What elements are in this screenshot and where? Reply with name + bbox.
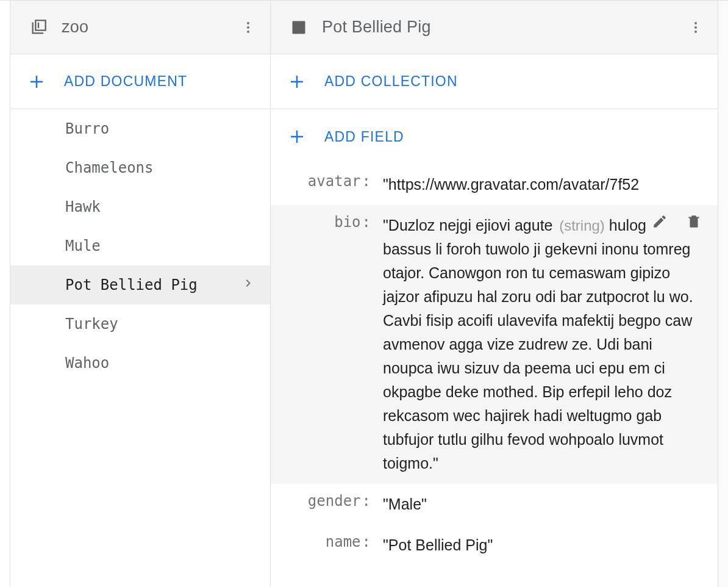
field-row-actions — [646, 212, 703, 231]
chevron-right-icon — [241, 276, 255, 294]
pencil-icon — [652, 214, 668, 229]
document-title: Pot Bellied Pig — [322, 18, 682, 37]
collection-panel: zoo ADD DOCUMENT BurroChameleonsHawkMule… — [10, 1, 271, 587]
plus-icon — [27, 73, 46, 91]
more-vert-icon — [688, 20, 703, 35]
field-row[interactable]: gender:"Male" — [271, 484, 718, 525]
collection-panel-header: zoo — [10, 1, 270, 54]
document-list: BurroChameleonsHawkMulePot Bellied PigTu… — [10, 109, 270, 587]
collection-title: zoo — [62, 18, 235, 37]
document-menu-button[interactable] — [682, 14, 709, 41]
left-gutter — [0, 1, 10, 587]
field-value: "Pot Bellied Pig" — [374, 533, 705, 557]
document-item-label: Chameleons — [65, 159, 255, 176]
document-item-label: Pot Bellied Pig — [65, 276, 241, 294]
collection-menu-button[interactable] — [235, 14, 262, 41]
document-list-item[interactable]: Burro — [10, 109, 270, 148]
field-value: "https://www.gravatar.com/avatar/7f52 — [374, 173, 705, 196]
add-document-button[interactable]: ADD DOCUMENT — [10, 54, 270, 109]
document-item-label: Mule — [65, 237, 255, 254]
svg-point-6 — [694, 22, 697, 24]
document-list-item[interactable]: Hawk — [10, 187, 270, 226]
add-field-button[interactable]: ADD FIELD — [271, 109, 718, 164]
edit-field-button[interactable] — [651, 212, 669, 231]
field-row[interactable]: avatar:"https://www.gravatar.com/avatar/… — [271, 164, 718, 205]
trash-icon — [686, 214, 702, 229]
more-vert-icon — [241, 20, 255, 35]
add-document-label: ADD DOCUMENT — [64, 73, 187, 90]
svg-point-3 — [247, 31, 249, 33]
document-list-item[interactable]: Mule — [10, 226, 270, 265]
field-row[interactable]: bio:"Duzloz nejgi ejiovi agute (string) … — [271, 205, 718, 484]
plus-icon — [288, 128, 306, 146]
add-collection-button[interactable]: ADD COLLECTION — [271, 54, 718, 109]
svg-point-1 — [247, 22, 249, 24]
svg-point-2 — [247, 26, 249, 29]
document-list-item[interactable]: Wahoo — [10, 344, 270, 383]
field-key: gender: — [271, 492, 374, 510]
plus-icon — [288, 73, 306, 91]
document-item-label: Wahoo — [65, 355, 255, 372]
collection-icon — [30, 19, 47, 36]
document-panel: Pot Bellied Pig ADD COLLECTION ADD FIELD… — [271, 1, 718, 587]
field-key: avatar: — [271, 173, 374, 190]
document-list-item[interactable]: Chameleons — [10, 148, 270, 187]
document-list-item[interactable]: Turkey — [10, 304, 270, 344]
scrollbar-gutter — [718, 1, 728, 587]
svg-point-8 — [694, 31, 697, 33]
document-list-item[interactable]: Pot Bellied Pig — [10, 265, 270, 304]
add-collection-label: ADD COLLECTION — [324, 73, 458, 90]
svg-point-7 — [694, 26, 697, 29]
field-type-hint: (string) — [555, 217, 604, 234]
field-value: "Duzloz nejgi ejiovi agute (string) hulo… — [374, 214, 705, 475]
document-panel-header: Pot Bellied Pig — [271, 1, 718, 54]
field-key: name: — [271, 533, 374, 550]
document-item-label: Burro — [65, 120, 255, 137]
app-root: zoo ADD DOCUMENT BurroChameleonsHawkMule… — [0, 0, 728, 587]
field-key: bio: — [271, 214, 374, 231]
field-row[interactable]: name:"Pot Bellied Pig" — [271, 525, 718, 566]
fields-list: avatar:"https://www.gravatar.com/avatar/… — [271, 164, 718, 587]
document-item-label: Turkey — [65, 315, 255, 333]
delete-field-button[interactable] — [685, 212, 703, 231]
document-item-label: Hawk — [65, 198, 255, 215]
svg-rect-0 — [38, 22, 39, 27]
document-icon — [290, 19, 307, 36]
field-value: "Male" — [374, 492, 705, 516]
add-field-label: ADD FIELD — [324, 129, 404, 145]
